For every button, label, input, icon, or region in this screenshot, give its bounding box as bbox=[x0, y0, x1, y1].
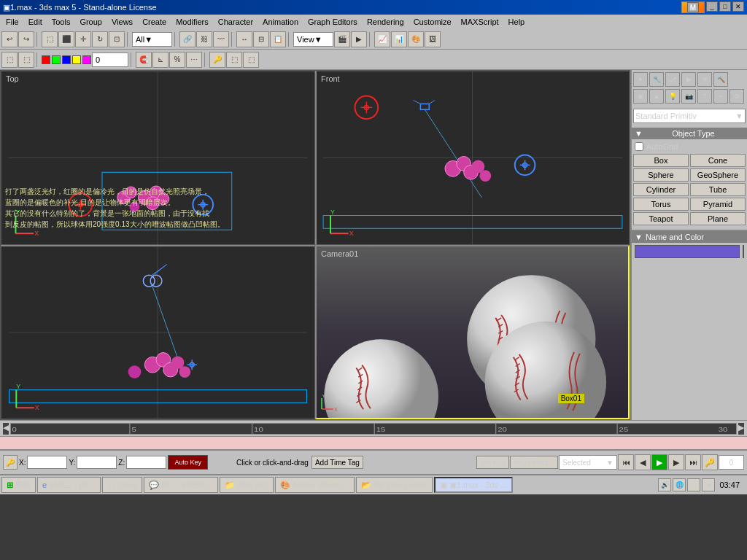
menu-graph-editors[interactable]: Graph Editors bbox=[303, 17, 362, 27]
mirror-button[interactable]: ↔ bbox=[236, 31, 252, 47]
obj-btn-box[interactable]: Box bbox=[633, 154, 689, 167]
obj-btn-plane[interactable]: Plane bbox=[690, 212, 746, 225]
rotate-button[interactable]: ↻ bbox=[92, 31, 108, 47]
viewport-camera[interactable]: Camera01 bbox=[315, 245, 630, 419]
menu-views[interactable]: Views bbox=[107, 17, 137, 27]
menu-character[interactable]: Character bbox=[214, 17, 258, 27]
selected-dropdown[interactable]: Selected ▼ bbox=[559, 455, 617, 470]
key-icon[interactable]: 🔑 bbox=[209, 52, 225, 68]
menu-customize[interactable]: Customize bbox=[409, 17, 456, 27]
move-button[interactable]: ✛ bbox=[75, 31, 91, 47]
minimize-button[interactable]: _ bbox=[706, 1, 718, 12]
redo-button[interactable]: ↪ bbox=[18, 31, 34, 47]
hierarchy-icon[interactable]: ⎇ bbox=[665, 72, 680, 87]
menu-edit[interactable]: Edit bbox=[24, 17, 47, 27]
shapes-icon[interactable]: ▲ bbox=[649, 89, 664, 104]
menu-create[interactable]: Create bbox=[138, 17, 171, 27]
taskbar-flash[interactable]: 💬 群 — 闪吧网... bbox=[144, 477, 217, 493]
tb2-btn2[interactable]: ⬚ bbox=[18, 52, 34, 68]
snap-toggle[interactable]: 🧲 bbox=[136, 52, 152, 68]
angle-snap[interactable]: ⊾ bbox=[152, 52, 169, 68]
tray-network-icon[interactable]: 🌐 bbox=[673, 478, 686, 491]
camera-icon[interactable]: 📷 bbox=[681, 89, 696, 104]
taskbar-mydocs[interactable]: 📂 My Documents bbox=[356, 477, 432, 493]
autogrid-checkbox[interactable] bbox=[635, 142, 643, 151]
align-button[interactable]: ⊟ bbox=[253, 31, 269, 47]
viewport-perspective[interactable]: X Y bbox=[1, 245, 315, 419]
set-key-button[interactable]: Set Key bbox=[476, 456, 509, 469]
motion-icon[interactable]: ▶ bbox=[681, 72, 696, 87]
key-filters-button[interactable]: Key Filters... bbox=[510, 456, 558, 469]
bind-space-warp[interactable]: 〰 bbox=[213, 31, 229, 47]
color-value-dropdown[interactable]: 0 bbox=[92, 52, 128, 67]
menu-file[interactable]: File bbox=[1, 17, 23, 27]
tray-more-icon[interactable]: ◀ bbox=[702, 478, 715, 491]
obj-btn-geosphere[interactable]: GeoSphere bbox=[690, 168, 746, 182]
systems-icon[interactable]: ⚙ bbox=[729, 89, 744, 104]
undo-button[interactable]: ↩ bbox=[1, 31, 18, 47]
auto-key-button[interactable]: Auto Key bbox=[168, 455, 208, 470]
name-color-collapse[interactable]: ▼ bbox=[635, 233, 643, 241]
primitive-type-dropdown[interactable]: Standard Primitiv ▼ bbox=[633, 109, 746, 123]
select-region-button[interactable]: ⬛ bbox=[58, 31, 74, 47]
obj-btn-cylinder[interactable]: Cylinder bbox=[633, 183, 689, 196]
taskbar-3dsmax[interactable]: ▣ ▣1.max - 3ds ... bbox=[434, 477, 514, 493]
close-button[interactable]: ✕ bbox=[732, 1, 744, 12]
taskbar-myie2[interactable]: e MyIE2 - [中... bbox=[37, 477, 101, 493]
tray-antivirus-icon[interactable]: 🛡 bbox=[687, 478, 700, 491]
lights-icon[interactable]: 💡 bbox=[665, 89, 680, 104]
x-field[interactable] bbox=[27, 456, 67, 469]
curve-editor-button[interactable]: 📈 bbox=[374, 31, 390, 47]
z-field[interactable] bbox=[126, 456, 166, 469]
start-button[interactable]: ⊞ 开始 bbox=[1, 477, 36, 493]
maximize-button[interactable]: □ bbox=[719, 1, 731, 12]
viewport-top[interactable]: Top X Y bbox=[1, 71, 315, 245]
link-button[interactable]: 🔗 bbox=[179, 31, 196, 47]
modify-icon[interactable]: 🔧 bbox=[649, 72, 664, 87]
obj-btn-torus[interactable]: Torus bbox=[633, 198, 689, 211]
tb2-extra[interactable]: ⬚ bbox=[226, 52, 242, 68]
tray-sound-icon[interactable]: 🔊 bbox=[658, 478, 671, 491]
taskbar-photoshop[interactable]: 🎨 Adobe Photos... bbox=[275, 477, 355, 493]
taskbar-bak[interactable]: 📁 BAK (H:) bbox=[220, 477, 274, 493]
menu-group[interactable]: Group bbox=[75, 17, 107, 27]
display-icon[interactable]: 👁 bbox=[697, 72, 712, 87]
schematic-view-button[interactable]: 📊 bbox=[391, 31, 407, 47]
timeline-scroll-left[interactable]: ◀ bbox=[3, 423, 9, 435]
obj-btn-tube[interactable]: Tube bbox=[690, 183, 746, 196]
prev-frame-button[interactable]: ◀ bbox=[635, 454, 651, 470]
obj-btn-sphere[interactable]: Sphere bbox=[633, 168, 689, 182]
object-color-box[interactable] bbox=[743, 245, 744, 258]
render-scene-button[interactable]: 🎬 bbox=[334, 31, 350, 47]
utilities-icon[interactable]: 🔨 bbox=[713, 72, 728, 87]
percent-snap[interactable]: % bbox=[169, 52, 185, 68]
geometry-icon[interactable]: ◉ bbox=[633, 89, 648, 104]
render-last-button[interactable]: 🖼 bbox=[425, 31, 441, 47]
obj-btn-cone[interactable]: Cone bbox=[690, 154, 746, 167]
viewport-front[interactable]: Front bbox=[315, 71, 630, 245]
spacewarps-icon[interactable]: ~ bbox=[713, 89, 728, 104]
material-editor-button[interactable]: 🎨 bbox=[408, 31, 424, 47]
timeline-track[interactable]: 0 5 10 15 20 25 30 bbox=[10, 423, 737, 435]
key-mode-toggle[interactable]: 🔑 bbox=[702, 454, 718, 470]
unlink-button[interactable]: ⛓ bbox=[196, 31, 212, 47]
add-time-tag-button[interactable]: Add Time Tag bbox=[311, 456, 363, 469]
taskbar-itunes[interactable]: ♪ iTunes bbox=[102, 477, 142, 493]
tb2-extra2[interactable]: ⬚ bbox=[243, 52, 259, 68]
menu-maxscript[interactable]: MAXScript bbox=[457, 17, 503, 27]
scale-button[interactable]: ⊡ bbox=[109, 31, 125, 47]
menu-help[interactable]: Help bbox=[504, 17, 530, 27]
frame-number-field[interactable]: 0 bbox=[719, 455, 744, 470]
tb2-btn1[interactable]: ⬚ bbox=[1, 52, 18, 68]
object-name-input[interactable] bbox=[635, 245, 740, 258]
go-end-button[interactable]: ⏭ bbox=[685, 454, 701, 470]
object-type-collapse[interactable]: ▼ bbox=[635, 129, 643, 138]
select-filter-dropdown[interactable]: All ▼ bbox=[132, 32, 172, 47]
menu-rendering[interactable]: Rendering bbox=[363, 17, 409, 27]
play-button[interactable]: ▶ bbox=[651, 454, 667, 470]
create-icon[interactable]: ✦ bbox=[633, 72, 648, 87]
y-field[interactable] bbox=[77, 456, 117, 469]
menu-tools[interactable]: Tools bbox=[47, 17, 75, 27]
obj-btn-teapot[interactable]: Teapot bbox=[633, 212, 689, 225]
spinner-snap[interactable]: ⋯ bbox=[186, 52, 202, 68]
